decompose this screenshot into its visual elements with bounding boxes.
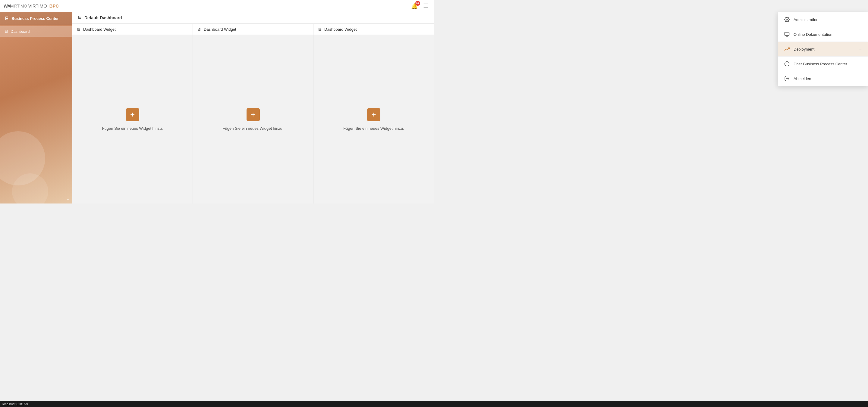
- logo-wm: WMVIRTIMO: [4, 3, 27, 8]
- widget-2-monitor-icon: 🖥: [197, 27, 201, 32]
- dashboard-widget-2: 🖥 Dashboard Widget + Fügen Sie ein neues…: [193, 24, 313, 203]
- widget-3-title: Dashboard Widget: [324, 27, 357, 32]
- content-title: Default Dashboard: [84, 15, 122, 20]
- widget-3-add-text: Fügen Sie ein neues Widget hinzu.: [343, 126, 404, 131]
- app-logo: WMVIRTIMO VIRTIMO BPC: [4, 3, 59, 8]
- main-layout: 🖥 Business Process Center 🖥 Dashboard « …: [0, 12, 434, 203]
- widget-3-header: 🖥 Dashboard Widget: [313, 24, 434, 35]
- widget-1-body: + Fügen Sie ein neues Widget hinzu.: [72, 35, 193, 203]
- sidebar-item-dashboard[interactable]: 🖥 Dashboard: [0, 26, 72, 37]
- dashboard-icon: 🖥: [4, 29, 8, 34]
- widget-1-title: Dashboard Widget: [83, 27, 116, 32]
- notification-badge: 9+: [415, 1, 420, 6]
- sidebar-decoration: [0, 113, 72, 203]
- widget-2-add-button[interactable]: +: [247, 108, 260, 121]
- widget-2-body: + Fügen Sie ein neues Widget hinzu.: [193, 35, 313, 203]
- widget-2-title: Dashboard Widget: [204, 27, 236, 32]
- widget-3-body: + Fügen Sie ein neues Widget hinzu.: [313, 35, 434, 203]
- sidebar-title: Business Process Center: [11, 16, 59, 21]
- dashboard-grid: 🖥 Dashboard Widget + Fügen Sie ein neues…: [72, 24, 434, 203]
- widget-1-monitor-icon: 🖥: [76, 27, 81, 32]
- dashboard-widget-1: 🖥 Dashboard Widget + Fügen Sie ein neues…: [72, 24, 193, 203]
- widget-3-add-button[interactable]: +: [367, 108, 380, 121]
- widget-2-add-text: Fügen Sie ein neues Widget hinzu.: [223, 126, 284, 131]
- sidebar-header: 🖥 Business Process Center: [0, 12, 72, 25]
- content-area: 🖥 Default Dashboard 🖥 Dashboard Widget +…: [72, 12, 434, 203]
- notification-button[interactable]: 🔔 9+: [410, 1, 419, 10]
- content-monitor-icon: 🖥: [77, 15, 82, 21]
- topbar: WMVIRTIMO VIRTIMO BPC 🔔 9+ ☰: [0, 0, 434, 12]
- logo-virtimo-text: VIRTIMO: [28, 3, 47, 8]
- widget-1-add-button[interactable]: +: [126, 108, 139, 121]
- sidebar-item-label: Dashboard: [10, 29, 30, 34]
- widget-3-monitor-icon: 🖥: [318, 27, 322, 32]
- sidebar-monitor-icon: 🖥: [4, 15, 9, 21]
- hamburger-menu-button[interactable]: ☰: [421, 1, 430, 11]
- sidebar-nav: 🖥 Dashboard: [0, 25, 72, 38]
- logo-bpc-text: BPC: [50, 3, 59, 8]
- widget-1-header: 🖥 Dashboard Widget: [72, 24, 193, 35]
- widget-1-add-text: Fügen Sie ein neues Widget hinzu.: [102, 126, 163, 131]
- topbar-right: 🔔 9+ ☰: [410, 1, 430, 11]
- widget-2-header: 🖥 Dashboard Widget: [193, 24, 313, 35]
- dashboard-widget-3: 🖥 Dashboard Widget + Fügen Sie ein neues…: [313, 24, 434, 203]
- sidebar: 🖥 Business Process Center 🖥 Dashboard «: [0, 12, 72, 203]
- sidebar-collapse-button[interactable]: «: [64, 195, 72, 203]
- content-header: 🖥 Default Dashboard: [72, 12, 434, 24]
